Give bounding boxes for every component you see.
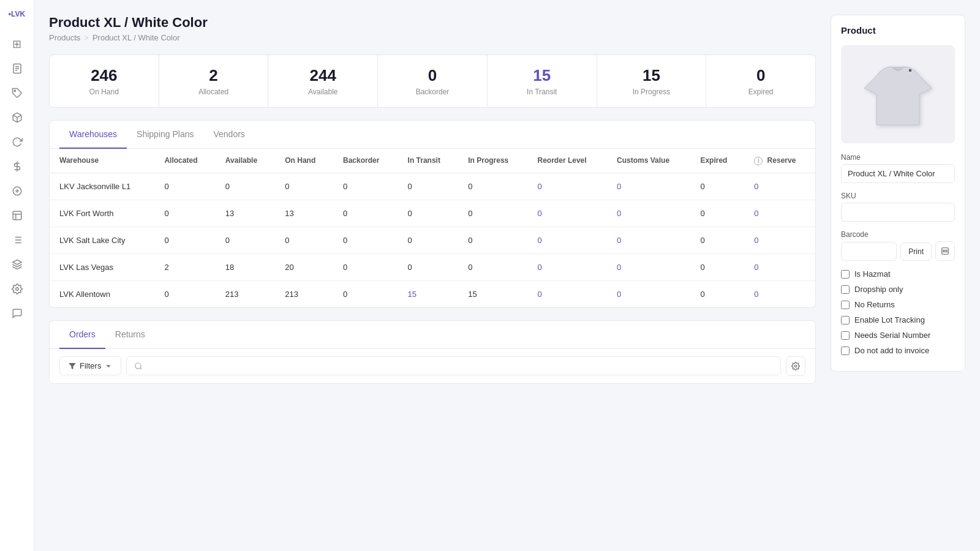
app-logo: •LVK [6,7,28,21]
checkbox-is-hazmat: Is Hazmat [841,269,955,279]
svg-point-20 [794,365,797,367]
product-sku-input[interactable] [841,203,955,222]
search-input[interactable] [143,361,773,370]
stat-in-transit-label: In Transit [497,88,587,96]
filters-bar: Filters [50,349,815,383]
cell-available: 13 [216,200,275,227]
stat-on-hand-label: On Hand [59,88,149,96]
document-icon[interactable] [6,58,28,80]
dollar-icon[interactable] [6,156,28,178]
stats-bar: 246 On Hand 2 Allocated 244 Available 0 … [49,54,816,108]
cell-reorder-level[interactable]: 0 [528,200,608,227]
cell-on-hand: 0 [275,227,333,253]
cell-backorder: 0 [333,227,398,253]
svg-point-18 [135,362,141,368]
chat-icon[interactable] [6,302,28,324]
layers-icon[interactable] [6,253,28,276]
tab-shipping-plans[interactable]: Shipping Plans [127,121,203,149]
reserve-info-icon[interactable]: i [754,157,763,165]
cell-on-hand: 20 [275,253,333,280]
col-expired: Expired [690,149,744,173]
cell-reserve[interactable]: 0 [744,253,815,280]
cell-allocated: 0 [154,200,215,227]
cell-customs-value[interactable]: 0 [607,280,690,307]
svg-marker-17 [69,363,75,369]
refresh-icon[interactable] [6,131,28,153]
dropship-checkbox[interactable] [841,285,850,294]
tab-returns[interactable]: Returns [105,321,155,349]
hazmat-checkbox[interactable] [841,270,850,279]
tag-icon[interactable] [6,82,28,104]
product-barcode-group: Barcode Print [841,230,955,261]
lot-tracking-checkbox[interactable] [841,316,850,324]
gear-icon[interactable] [6,278,28,300]
svg-point-16 [15,288,18,291]
cell-customs-value[interactable]: 0 [607,200,690,227]
col-customs-value: Customs Value [607,149,690,173]
cell-customs-value[interactable]: 0 [607,227,690,253]
table-settings-button[interactable] [786,356,805,376]
no-returns-checkbox[interactable] [841,301,850,309]
cell-in-transit: 0 [398,200,459,227]
cell-reserve[interactable]: 0 [744,173,815,200]
cell-reserve[interactable]: 0 [744,280,815,307]
print-button[interactable]: Print [900,242,932,261]
cell-reserve[interactable]: 0 [744,227,815,253]
breadcrumb-current: Product XL / White Color [92,33,180,42]
cell-in-progress: 0 [458,227,527,253]
stat-in-transit-value: 15 [497,66,587,85]
list-icon[interactable] [6,229,28,251]
cell-reorder-level[interactable]: 0 [528,227,608,253]
cell-customs-value[interactable]: 0 [607,253,690,280]
tab-orders[interactable]: Orders [59,321,105,349]
barcode-scan-button[interactable] [935,241,955,261]
circle-icon[interactable] [6,180,28,202]
cell-backorder: 0 [333,200,398,227]
cell-reserve[interactable]: 0 [744,200,815,227]
cell-reorder-level[interactable]: 0 [528,173,608,200]
stat-backorder-value: 0 [388,66,477,85]
cell-on-hand: 213 [275,280,333,307]
stat-available-value: 244 [278,66,368,85]
cell-customs-value[interactable]: 0 [607,173,690,200]
stat-expired-value: 0 [716,66,805,85]
filters-button[interactable]: Filters [59,356,121,375]
svg-line-19 [140,367,142,369]
cube-icon[interactable] [6,204,28,227]
col-reserve: i Reserve [744,149,815,173]
cell-on-hand: 0 [275,173,333,200]
tab-vendors[interactable]: Vendors [203,121,254,149]
product-barcode-input[interactable] [841,242,897,261]
cell-on-hand: 13 [275,200,333,227]
cell-backorder: 0 [333,280,398,307]
product-name-input[interactable] [841,164,955,183]
product-image [841,45,955,143]
cell-allocated: 2 [154,253,215,280]
box-icon[interactable] [6,107,28,129]
stat-allocated-label: Allocated [169,88,258,96]
stat-available-label: Available [278,88,368,96]
svg-rect-21 [909,69,911,72]
stat-in-transit: 15 In Transit [488,55,597,107]
orders-tabs: Orders Returns [50,321,815,349]
col-in-progress: In Progress [458,149,527,173]
cell-in-progress: 0 [458,173,527,200]
warehouse-name: LVK Salt Lake City [50,227,154,253]
cell-allocated: 0 [154,173,215,200]
cell-in-transit: 0 [398,227,459,253]
breadcrumb-parent[interactable]: Products [49,33,80,42]
serial-number-checkbox[interactable] [841,331,850,340]
table-row: LVK Salt Lake City 0 0 0 0 0 0 0 0 0 0 [50,227,815,253]
svg-rect-22 [942,248,949,255]
cell-available: 0 [216,227,275,253]
col-allocated: Allocated [154,149,215,173]
cell-reorder-level[interactable]: 0 [528,280,608,307]
cell-in-progress: 15 [458,280,527,307]
tab-warehouses[interactable]: Warehouses [59,121,127,149]
cell-in-transit[interactable]: 15 [398,280,459,307]
hazmat-label: Is Hazmat [854,269,891,279]
no-invoice-checkbox[interactable] [841,347,850,355]
cell-reorder-level[interactable]: 0 [528,253,608,280]
grid-icon[interactable]: ⊞ [6,33,28,55]
cell-in-transit: 0 [398,253,459,280]
